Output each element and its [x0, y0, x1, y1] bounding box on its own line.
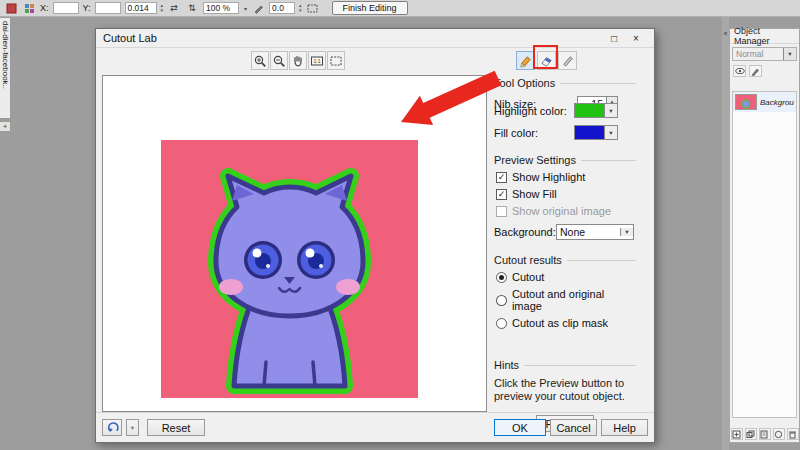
chevron-down-icon[interactable]: ▾: [604, 104, 617, 117]
zoom-out-icon[interactable]: [270, 51, 288, 70]
size-field[interactable]: 0.014: [125, 2, 157, 14]
dialog-bottom-bar: ▾ Reset OK Cancel Help: [96, 412, 654, 442]
layer-thumbnail: [735, 94, 757, 110]
object-list: Background: [732, 91, 797, 418]
visibility-icon[interactable]: [733, 65, 746, 77]
cutout-radio[interactable]: [496, 272, 507, 283]
annotation-highlight-box: [533, 45, 558, 69]
object-manager-panel: Object Manager Normal ▾ Background: [729, 28, 800, 443]
document-tab[interactable]: dai-dien-facebook..: [0, 17, 11, 119]
y-position-field[interactable]: [95, 2, 121, 14]
clip-mask-label: Cutout as clip mask: [512, 317, 608, 329]
collapse-panel-icon[interactable]: «: [722, 30, 729, 37]
annotation-arrow: [396, 70, 506, 130]
layer-name: Background: [760, 98, 794, 107]
zoom-level-field[interactable]: 100 %: [203, 2, 239, 14]
dialog-title: Cutout Lab: [103, 32, 603, 44]
zoom-to-fit-icon[interactable]: [327, 51, 345, 70]
cutout-and-original-label: Cutout and original image: [512, 288, 636, 312]
lens-icon[interactable]: [773, 428, 785, 440]
chevron-down-icon[interactable]: ▾: [783, 48, 796, 60]
angle-field[interactable]: 0.0: [269, 2, 295, 14]
highlight-color-dropdown[interactable]: ▾: [574, 103, 618, 118]
panel-splitter[interactable]: [722, 17, 729, 450]
zoom-in-icon[interactable]: [251, 51, 269, 70]
clip-mask-radio-row[interactable]: Cutout as clip mask: [496, 317, 636, 329]
cat-image: [161, 140, 418, 398]
blend-mode-dropdown[interactable]: Normal ▾: [732, 47, 797, 61]
screen: X: Y: 0.014 ▴▾ ⇄ ⇅ 100 % ▾ 0.0 ▴▾ Finish…: [0, 0, 800, 450]
chevron-down-icon[interactable]: ▾: [620, 228, 633, 236]
y-position-label: Y:: [83, 3, 91, 13]
ok-button[interactable]: OK: [494, 419, 546, 436]
app-property-bar: X: Y: 0.014 ▴▾ ⇄ ⇅ 100 % ▾ 0.0 ▴▾ Finish…: [0, 0, 800, 17]
finish-editing-button[interactable]: Finish Editing: [332, 1, 408, 15]
mask-mode-icon[interactable]: [306, 2, 320, 15]
cutout-and-original-radio-row[interactable]: Cutout and original image: [496, 288, 636, 312]
background-dropdown[interactable]: None ▾: [556, 224, 634, 240]
fill-color-dropdown[interactable]: ▾: [574, 125, 618, 140]
show-original-label: Show original image: [512, 205, 611, 217]
show-fill-checkbox[interactable]: ✓: [496, 189, 507, 200]
blend-mode-value: Normal: [733, 49, 783, 59]
chevron-down-icon[interactable]: ▾: [604, 126, 617, 139]
object-manager-toolbar: [733, 65, 797, 77]
dialog-titlebar[interactable]: Cutout Lab □ ×: [96, 29, 654, 48]
delete-icon[interactable]: [787, 428, 799, 440]
options-panel: Tool Options Nib size: 15 ▴▾ Highlight c…: [494, 77, 636, 432]
show-fill-checkbox-row[interactable]: ✓ Show Fill: [496, 188, 636, 200]
x-position-field[interactable]: [53, 2, 79, 14]
zoom-tool-group: 1:1: [251, 51, 345, 70]
x-position-label: X:: [40, 3, 49, 13]
fill-color-row: Fill color: ▾: [494, 125, 636, 140]
highlight-color-swatch: [575, 104, 604, 117]
background-value: None: [557, 226, 620, 238]
hints-section: Hints: [494, 359, 636, 371]
undo-button[interactable]: [102, 419, 122, 436]
new-document-tab-button[interactable]: +: [0, 121, 11, 132]
hint-text: Click the Preview button to preview your…: [494, 377, 634, 403]
angle-spinner[interactable]: ▴▾: [299, 3, 302, 13]
undo-history-dropdown[interactable]: ▾: [126, 419, 139, 436]
edit-across-layers-icon[interactable]: [749, 65, 762, 77]
preview-settings-section: Preview Settings: [494, 154, 636, 166]
help-button[interactable]: Help: [601, 419, 648, 436]
show-highlight-label: Show Highlight: [512, 171, 585, 183]
flip-horizontal-icon[interactable]: ⇄: [167, 2, 181, 15]
clip-mask-radio[interactable]: [496, 318, 507, 329]
new-group-icon[interactable]: [745, 428, 757, 440]
palette-icon[interactable]: [22, 2, 36, 15]
pan-hand-icon[interactable]: [289, 51, 307, 70]
close-icon[interactable]: ×: [625, 30, 647, 47]
zoom-actual-icon[interactable]: 1:1: [308, 51, 326, 70]
background-layer-row[interactable]: Background: [733, 92, 796, 112]
reset-button[interactable]: Reset: [147, 419, 205, 436]
dialog-toolbar: 1:1: [96, 49, 654, 74]
cutout-lab-dialog: Cutout Lab □ × 1:1: [95, 28, 655, 443]
document-tab-label: dai-dien-facebook..: [1, 21, 10, 89]
zoom-dropdown-icon[interactable]: ▾: [244, 5, 247, 12]
cutout-and-original-radio[interactable]: [496, 295, 507, 306]
fill-color-label: Fill color:: [494, 127, 574, 139]
cutout-results-header: Cutout results: [494, 254, 562, 266]
preview-settings-header: Preview Settings: [494, 154, 576, 166]
cutout-radio-row[interactable]: Cutout: [496, 271, 636, 283]
background-row: Background: None ▾: [494, 224, 636, 240]
pen-settings-icon[interactable]: [251, 2, 265, 15]
show-highlight-checkbox[interactable]: ✓: [496, 172, 507, 183]
cancel-button[interactable]: Cancel: [550, 419, 597, 436]
show-fill-label: Show Fill: [512, 188, 557, 200]
brush-icon[interactable]: [4, 2, 18, 15]
flip-vertical-icon[interactable]: ⇅: [185, 2, 199, 15]
eraser-tool-icon[interactable]: [558, 51, 577, 70]
section-divider: [581, 160, 636, 161]
maximize-icon[interactable]: □: [603, 30, 625, 47]
show-highlight-checkbox-row[interactable]: ✓ Show Highlight: [496, 171, 636, 183]
edited-image[interactable]: [161, 140, 418, 398]
hints-header: Hints: [494, 359, 519, 371]
size-spinner[interactable]: ▴▾: [161, 3, 164, 13]
duplicate-icon[interactable]: [759, 428, 771, 440]
svg-text:1:1: 1:1: [314, 58, 321, 64]
fill-color-swatch: [575, 126, 604, 139]
new-object-icon[interactable]: [731, 428, 743, 440]
